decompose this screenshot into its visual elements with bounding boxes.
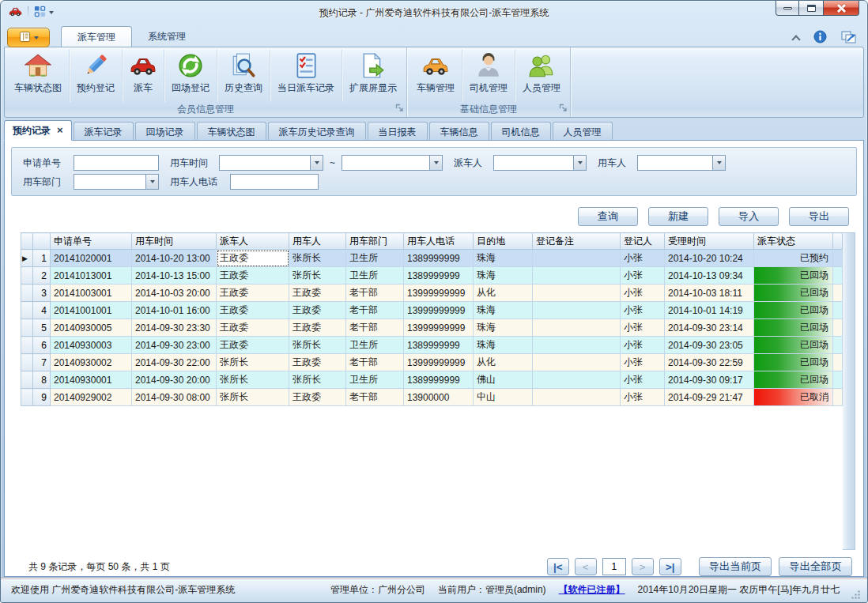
col-order-no[interactable]: 申请单号	[51, 233, 132, 250]
cell-use-time[interactable]: 2014-09-30 23:00	[132, 337, 217, 354]
cell-phone[interactable]: 1389999999	[404, 267, 474, 285]
ribbon-button-0-0[interactable]: 车辆状态图	[7, 50, 70, 102]
cell-status[interactable]: 已回场	[754, 371, 833, 389]
row-indicator-cell[interactable]	[21, 267, 33, 285]
cell-destination[interactable]: 从化	[474, 285, 533, 302]
cell-status[interactable]: 已回场	[754, 354, 833, 371]
title-bar[interactable]: 预约记录 - 广州爱奇迪软件科技有限公司-派车管理系统	[1, 1, 867, 24]
tab-close-icon[interactable]: ×	[57, 126, 63, 134]
use-time-to-combo[interactable]	[342, 155, 443, 171]
cell-user[interactable]: 王政委	[289, 389, 346, 406]
cell-status[interactable]: 已回场	[754, 319, 833, 337]
cell-destination[interactable]: 珠海	[474, 267, 533, 285]
cell-department[interactable]: 老干部	[346, 389, 404, 406]
chevron-down-icon[interactable]	[49, 11, 54, 14]
cell-destination[interactable]: 从化	[474, 354, 533, 371]
page-number-input[interactable]	[602, 558, 626, 575]
cell-phone[interactable]: 1389999999	[404, 337, 474, 354]
cell-accept-time[interactable]: 2014-10-01 14:19	[665, 302, 754, 319]
doc-tab-6[interactable]: 车辆信息	[429, 122, 489, 140]
cell-status[interactable]: 已回场	[754, 302, 833, 319]
cell-order-no[interactable]: 20140930002	[51, 354, 132, 371]
row-number-cell[interactable]: 4	[33, 302, 51, 319]
use-time-from-combo[interactable]	[219, 155, 323, 171]
cell-status[interactable]: 已回场	[754, 267, 833, 285]
cell-department[interactable]: 老干部	[346, 302, 404, 319]
cell-order-no[interactable]: 20141020001	[51, 250, 132, 267]
vertical-scrollbar[interactable]	[843, 232, 855, 550]
cell-note[interactable]	[533, 337, 621, 354]
first-page-button[interactable]: |<	[547, 558, 569, 575]
cell-use-time[interactable]: 2014-10-01 16:00	[132, 302, 217, 319]
table-row[interactable]: 7201409300022014-09-30 22:00张所长王政委老干部139…	[21, 354, 843, 371]
cell-user[interactable]: 张所长	[289, 267, 346, 285]
cell-department[interactable]: 老干部	[346, 354, 404, 371]
ribbon-button-1-2[interactable]: 人员管理	[515, 50, 568, 102]
doc-tab-5[interactable]: 当日报表	[368, 122, 428, 140]
export-all-pages-button[interactable]: 导出全部页	[779, 557, 852, 576]
cell-accept-time[interactable]: 2014-09-30 23:05	[665, 337, 754, 354]
col-note[interactable]: 登记备注	[533, 233, 621, 250]
resize-grip-icon[interactable]	[851, 590, 861, 600]
application-menu-button[interactable]	[7, 28, 50, 47]
cell-user[interactable]: 张所长	[289, 371, 346, 389]
user-phone-input[interactable]	[230, 174, 319, 190]
cell-use-time[interactable]: 2014-10-20 13:00	[132, 250, 217, 267]
cell-status[interactable]: 已回场	[754, 285, 833, 302]
doc-tab-7[interactable]: 司机信息	[491, 122, 551, 140]
cell-use-time[interactable]: 2014-09-30 08:00	[132, 389, 217, 406]
cell-accept-time[interactable]: 2014-10-13 09:34	[665, 267, 754, 285]
table-row[interactable]: ▶1201410200012014-10-20 13:00王政委张所长卫生所13…	[21, 250, 843, 267]
ribbon-button-1-0[interactable]: 车辆管理	[409, 50, 462, 102]
cell-registrar[interactable]: 小张	[621, 250, 665, 267]
table-row[interactable]: 9201409290022014-09-30 08:00张所长王政委老干部139…	[21, 389, 843, 406]
cell-destination[interactable]: 珠海	[474, 337, 533, 354]
cell-accept-time[interactable]: 2014-09-30 23:14	[665, 319, 754, 337]
row-number-cell[interactable]: 7	[33, 354, 51, 371]
col-status[interactable]: 派车状态	[754, 233, 833, 250]
cell-user[interactable]: 王政委	[289, 302, 346, 319]
ribbon-button-0-2[interactable]: 派车	[123, 50, 164, 102]
cell-dispatcher[interactable]: 王政委	[217, 302, 289, 319]
collapse-ribbon-icon[interactable]	[791, 35, 800, 43]
row-indicator-cell[interactable]: ▶	[21, 250, 33, 267]
cell-destination[interactable]: 珠海	[474, 319, 533, 337]
col-user[interactable]: 用车人	[289, 233, 346, 250]
cell-dispatcher[interactable]: 王政委	[217, 250, 289, 267]
cell-accept-time[interactable]: 2014-09-29 21:47	[665, 389, 754, 406]
cell-phone[interactable]: 13900000	[404, 389, 474, 406]
ribbon-button-0-5[interactable]: 当日派车记录	[270, 50, 342, 102]
col-department[interactable]: 用车部门	[346, 233, 404, 250]
cell-registrar[interactable]: 小张	[621, 319, 665, 337]
cell-user[interactable]: 张所长	[289, 250, 346, 267]
cell-destination[interactable]: 中山	[474, 389, 533, 406]
table-row[interactable]: 6201409300032014-09-30 23:00王政委张所长卫生所138…	[21, 337, 843, 354]
cell-order-no[interactable]: 20141003001	[51, 285, 132, 302]
cell-department[interactable]: 卫生所	[346, 371, 404, 389]
department-combo[interactable]	[74, 174, 159, 190]
export-current-page-button[interactable]: 导出当前页	[699, 557, 772, 576]
cell-registrar[interactable]: 小张	[621, 354, 665, 371]
doc-tab-4[interactable]: 派车历史记录查询	[268, 122, 366, 140]
row-indicator-cell[interactable]	[21, 371, 33, 389]
cell-registrar[interactable]: 小张	[621, 285, 665, 302]
ribbon-button-0-3[interactable]: 回场登记	[164, 50, 217, 102]
cell-registrar[interactable]: 小张	[621, 389, 665, 406]
cell-note[interactable]	[533, 285, 621, 302]
table-row[interactable]: 2201410130012014-10-13 15:00王政委张所长卫生所138…	[21, 267, 843, 285]
cell-phone[interactable]: 1389999999	[404, 250, 474, 267]
cell-registrar[interactable]: 小张	[621, 302, 665, 319]
cell-note[interactable]	[533, 250, 621, 267]
cell-accept-time[interactable]: 2014-10-20 10:24	[665, 250, 754, 267]
cell-note[interactable]	[533, 354, 621, 371]
cell-dispatcher[interactable]: 王政委	[217, 285, 289, 302]
minimize-button[interactable]	[776, 1, 799, 16]
cell-status[interactable]: 已回场	[754, 337, 833, 354]
table-row[interactable]: 8201409300012014-09-30 20:00张所长张所长卫生所138…	[21, 371, 843, 389]
cell-user[interactable]: 王政委	[289, 354, 346, 371]
cell-department[interactable]: 卫生所	[346, 337, 404, 354]
row-indicator-cell[interactable]	[21, 302, 33, 319]
cell-accept-time[interactable]: 2014-10-03 18:11	[665, 285, 754, 302]
col-dispatcher[interactable]: 派车人	[217, 233, 289, 250]
ribbon-tab-1[interactable]: 系统管理	[132, 26, 202, 47]
